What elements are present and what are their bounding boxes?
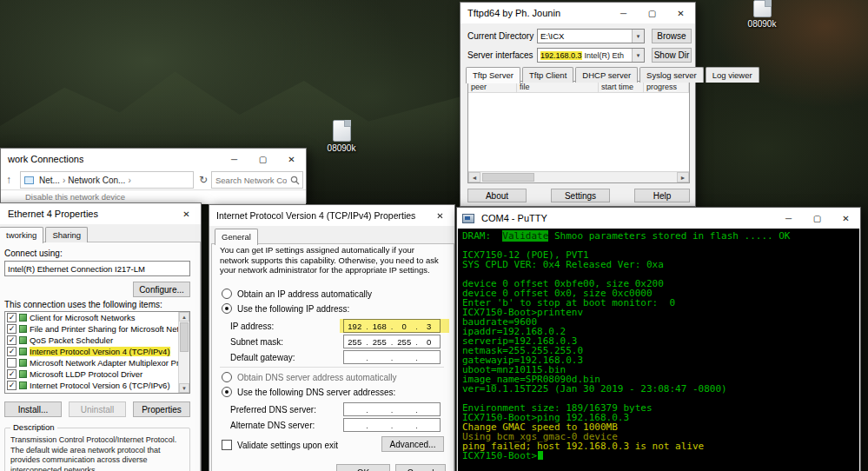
- ok-button[interactable]: OK: [336, 464, 390, 471]
- minimize-button[interactable]: ─: [220, 149, 248, 169]
- validate-settings-label[interactable]: Validate settings upon exit: [237, 441, 338, 450]
- ip-field-2[interactable]: ...: [343, 350, 441, 364]
- radio-obtain-ip-auto[interactable]: [222, 289, 232, 299]
- tftpd-tab-2[interactable]: DHCP server: [575, 67, 638, 83]
- dns-field-1[interactable]: ...: [343, 418, 441, 432]
- scrollbar-thumb[interactable]: [180, 322, 189, 352]
- dns-field-0[interactable]: ...: [343, 402, 441, 416]
- horizontal-scrollbar[interactable]: ◄ ►: [468, 171, 689, 182]
- radio-obtain-dns-auto[interactable]: [222, 372, 232, 382]
- checkbox-icon[interactable]: ✓: [7, 313, 17, 322]
- current-directory-combobox[interactable]: E:\ICX ▾: [537, 29, 645, 43]
- connection-item-4[interactable]: Microsoft Network Adapter Multiplexor Pr…: [5, 357, 189, 368]
- help-button[interactable]: Help: [634, 189, 690, 202]
- ipv4-properties-titlebar[interactable]: Internet Protocol Version 4 (TCP/IPv4) P…: [209, 205, 454, 226]
- breadcrumb-item-1[interactable]: Network Con...: [66, 176, 127, 185]
- radio-use-ip-label[interactable]: Use the following IP address:: [237, 304, 349, 314]
- scrollbar-thumb[interactable]: [482, 173, 534, 182]
- checkbox-icon[interactable]: ✓: [7, 335, 17, 345]
- server-interface-combobox[interactable]: 192.168.0.3 Intel(R) Eth ▾: [537, 48, 645, 63]
- tftpd-column-1[interactable]: file: [517, 82, 599, 92]
- scrollbar-track[interactable]: [480, 172, 677, 182]
- show-dir-button[interactable]: Show Dir: [652, 48, 692, 63]
- command-disable-device[interactable]: Disable this network device: [25, 192, 125, 202]
- close-button[interactable]: ✕: [277, 149, 306, 169]
- minimize-button[interactable]: ─: [774, 208, 803, 229]
- transfer-list[interactable]: peerfilestart timeprogress ◄ ►: [467, 81, 690, 183]
- tftpd-column-3[interactable]: progress: [644, 82, 689, 92]
- close-button[interactable]: ✕: [426, 205, 454, 226]
- properties-button[interactable]: Properties: [133, 401, 190, 417]
- desktop-icon-08090k-top-right[interactable]: 08090k: [735, 0, 789, 29]
- search-input[interactable]: [212, 176, 290, 185]
- configure-button[interactable]: Configure...: [133, 282, 190, 297]
- browse-button[interactable]: Browse: [652, 29, 692, 43]
- validate-settings-checkbox[interactable]: [222, 440, 232, 450]
- maximize-button[interactable]: ▢: [638, 3, 666, 23]
- tftpd-column-2[interactable]: start time: [599, 82, 644, 92]
- putty-titlebar[interactable]: COM4 - PuTTY ─ ▢ ✕: [457, 208, 860, 229]
- search-box[interactable]: [211, 171, 303, 189]
- breadcrumb-item-0[interactable]: Net...: [37, 176, 62, 185]
- connection-item-3[interactable]: ✓Internet Protocol Version 4 (TCP/IPv4): [5, 346, 189, 357]
- tftpd64-titlebar[interactable]: Tftpd64 by Ph. Jounin ─ ▢ ✕: [461, 3, 695, 23]
- network-connections-titlebar[interactable]: work Connections ─ ▢ ✕: [1, 149, 306, 169]
- radio-obtain-dns-auto-label[interactable]: Obtain DNS server address automatically: [237, 373, 396, 382]
- install-button[interactable]: Install...: [4, 401, 62, 417]
- up-arrow-icon[interactable]: ↑: [1, 174, 17, 186]
- server-interfaces-label: Server interfaces: [467, 50, 533, 60]
- maximize-button[interactable]: ▢: [803, 208, 832, 229]
- chevron-down-icon[interactable]: ▾: [632, 30, 644, 43]
- address-bar[interactable]: Net...›Network Con...›: [20, 171, 194, 189]
- tftpd-tab-4[interactable]: Log viewer: [706, 67, 759, 83]
- octet-separator: .: [366, 405, 369, 415]
- scroll-right-icon[interactable]: ►: [677, 172, 689, 182]
- scroll-up-icon[interactable]: ▲: [179, 312, 189, 322]
- tftpd-tab-3[interactable]: Syslog server: [639, 67, 704, 83]
- tab-networking[interactable]: tworking: [0, 227, 43, 243]
- description-title: Description: [10, 422, 57, 432]
- terminal-output[interactable]: DRAM: Validate Shmoo parameters stored i…: [458, 229, 859, 471]
- connection-item-6[interactable]: ✓Internet Protocol Version 6 (TCP/IPv6): [5, 380, 189, 391]
- close-button[interactable]: ✕: [666, 3, 695, 23]
- tftpd-tab-1[interactable]: Tftp Client: [522, 67, 573, 83]
- connection-items-list[interactable]: ▲ ▼ ✓Client for Microsoft Networks✓File …: [4, 311, 190, 394]
- checkbox-icon[interactable]: ✓: [7, 381, 17, 390]
- maximize-button[interactable]: ▢: [248, 149, 277, 169]
- close-button[interactable]: ✕: [172, 203, 201, 224]
- terminal-line-3: SYS CPLD VER: 0x4 Released Ver: 0xa: [462, 260, 859, 269]
- checkbox-icon[interactable]: ✓: [7, 369, 17, 379]
- refresh-icon[interactable]: ↻: [195, 174, 211, 186]
- radio-use-ip[interactable]: [222, 303, 232, 314]
- connection-item-2[interactable]: ✓QoS Packet Scheduler: [5, 335, 189, 346]
- radio-use-dns[interactable]: [222, 387, 232, 397]
- settings-button[interactable]: Settings: [551, 189, 610, 202]
- checkbox-icon[interactable]: ✓: [7, 324, 17, 334]
- ip-field-0[interactable]: 192.168.0.3: [343, 319, 441, 333]
- connection-item-5[interactable]: ✓Microsoft LLDP Protocol Driver: [5, 368, 189, 380]
- ethernet-properties-titlebar[interactable]: Ethernet 4 Properties ✕: [0, 203, 201, 224]
- connection-item-1[interactable]: ✓File and Printer Sharing for Microsoft …: [5, 323, 189, 335]
- checkbox-icon[interactable]: ✓: [7, 347, 17, 356]
- desktop-icon-08090k-center[interactable]: 08090k: [315, 120, 368, 153]
- minimize-button[interactable]: ─: [609, 3, 638, 23]
- dialog-title: Internet Protocol Version 4 (TCP/IPv4) P…: [209, 210, 415, 221]
- about-button[interactable]: About: [467, 189, 527, 202]
- tab-general[interactable]: General: [215, 229, 258, 245]
- radio-use-dns-label[interactable]: Use the following DNS server addresses:: [237, 388, 395, 397]
- ip-field-1[interactable]: 255.255.255.0: [343, 335, 441, 348]
- connection-item-0[interactable]: ✓Client for Microsoft Networks: [5, 312, 189, 323]
- adapter-name: Intel(R) Ethernet Connection I217-LM: [8, 264, 145, 274]
- cancel-button[interactable]: Cancel: [395, 464, 446, 471]
- chevron-down-icon[interactable]: ▾: [632, 49, 644, 62]
- scroll-left-icon[interactable]: ◄: [468, 172, 480, 182]
- advanced-button[interactable]: Advanced...: [381, 436, 444, 452]
- tab-sharing[interactable]: Sharing: [45, 227, 88, 242]
- radio-obtain-ip-auto-label[interactable]: Obtain an IP address automatically: [237, 289, 372, 299]
- checkbox-icon[interactable]: [7, 358, 17, 368]
- close-button[interactable]: ✕: [832, 208, 860, 229]
- vertical-scrollbar[interactable]: ▲ ▼: [178, 312, 189, 393]
- tftpd-tab-0[interactable]: Tftp Server: [466, 67, 520, 83]
- desktop-icon-label: 08090k: [735, 19, 789, 29]
- scroll-down-icon[interactable]: ▼: [179, 383, 189, 393]
